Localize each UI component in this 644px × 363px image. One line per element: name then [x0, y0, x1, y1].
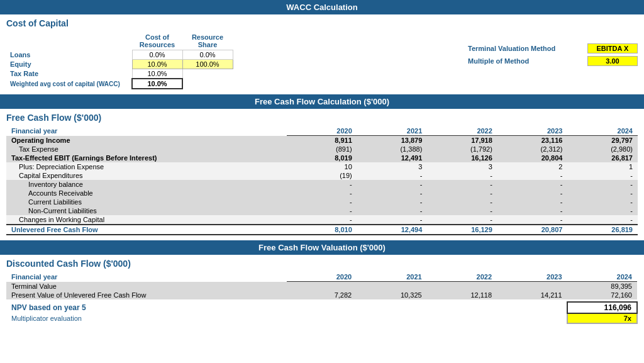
equity-share: 100.0%: [182, 60, 233, 69]
fcf-year-2024: 2024: [567, 126, 638, 136]
depreciation-2021: 3: [357, 162, 428, 171]
ebit-2024: 26,817: [567, 154, 638, 162]
tax-exp-2020: (891): [287, 145, 357, 154]
tv-2021: [357, 282, 426, 291]
terminal-valuation-label: Terminal Valuation Method: [468, 45, 581, 52]
wacc-section: Cost of Resources Resource Share Loans 0…: [0, 30, 644, 94]
mult-empty-2022: [427, 313, 497, 323]
ufcf-2022: 16,129: [427, 225, 497, 235]
ufcf-2021: 12,494: [357, 225, 428, 235]
accounts-receivable-label: Accounts Receivable: [6, 189, 287, 198]
tax-exp-2021: (1,388): [357, 145, 428, 154]
wc-2021: -: [357, 215, 428, 225]
dcf-year-2024: 2024: [567, 272, 637, 282]
tv-2020: [287, 282, 357, 291]
ebit-2020: 8,019: [287, 154, 357, 162]
dcf-year-2020: 2020: [287, 272, 357, 282]
terminal-value-label: Terminal Value: [6, 282, 287, 291]
wacc-header: WACC Calculation: [0, 0, 644, 14]
op-income-2020: 8,911: [287, 136, 357, 145]
op-income-2022: 17,918: [427, 136, 497, 145]
cl-2023: -: [497, 198, 568, 206]
wacc-grid: Cost of Resources Resource Share Loans 0…: [6, 32, 638, 89]
inventory-2022: -: [427, 180, 497, 189]
wc-2024: -: [567, 215, 638, 225]
cost-of-capital-subsection: Cost of Capital: [0, 14, 644, 30]
col-cost-resources: Cost of Resources: [132, 32, 182, 50]
inventory-2024: -: [567, 180, 638, 189]
multiple-method-row: Multiple of Method 3.00: [468, 56, 638, 66]
wacc-empty: [182, 79, 233, 89]
fcf-year-2022: 2022: [427, 126, 497, 136]
loans-label: Loans: [6, 50, 132, 60]
pv-2022: 12,118: [427, 291, 497, 299]
fcf-year-2023: 2023: [497, 126, 568, 136]
inventory-balance-label: Inventory balance: [6, 180, 287, 189]
fcf-table: Financial year 2020 2021 2022 2023 2024 …: [6, 126, 638, 235]
capex-2021: -: [357, 171, 428, 180]
depreciation-2022: 3: [427, 162, 497, 171]
ufcf-row: Unlevered Free Cash Flow 8,010 12,494 16…: [6, 225, 638, 235]
non-current-liabilities-row: Non-Current Liabilities - - - - -: [6, 206, 638, 215]
capex-row: Capital Expenditures (19) - - - -: [6, 171, 638, 180]
capex-2023: -: [497, 171, 568, 180]
operating-income-row: Operating Income 8,911 13,879 17,918 23,…: [6, 136, 638, 145]
loans-cost: 0.0%: [132, 50, 182, 60]
wacc-left: Cost of Resources Resource Share Loans 0…: [6, 32, 405, 89]
tax-rate-empty: [182, 69, 233, 79]
loans-share: 0.0%: [182, 50, 233, 60]
multiple-method-value: 3.00: [587, 56, 638, 66]
cl-2024: -: [567, 198, 638, 206]
fcf-fy-label: Financial year: [6, 126, 287, 136]
op-income-2024: 29,797: [567, 136, 638, 145]
tax-rate-value: 10.0%: [132, 69, 182, 79]
ncl-2023: -: [497, 206, 568, 215]
ufcf-2024: 26,819: [567, 225, 638, 235]
npv-row: NPV based on year 5 116,096: [6, 302, 637, 313]
dcf-fy-label: Financial year: [6, 272, 287, 282]
ncl-2022: -: [427, 206, 497, 215]
npv-2024: 116,096: [567, 302, 637, 313]
multiplicator-2024: 7x: [567, 313, 637, 323]
mult-empty-2021: [357, 313, 426, 323]
pv-2021: 10,325: [357, 291, 426, 299]
terminal-valuation-value: EBITDA X: [587, 43, 638, 53]
mult-empty-2023: [497, 313, 567, 323]
wc-2020: -: [287, 215, 357, 225]
ebit-2021: 12,491: [357, 154, 428, 162]
pv-2024: 72,160: [567, 291, 637, 299]
wc-2022: -: [427, 215, 497, 225]
op-income-2021: 13,879: [357, 136, 428, 145]
npv-empty-2020: [287, 302, 357, 313]
fcf-subsection-title: Free Cash Flow ($'000): [0, 109, 644, 124]
dcf-year-2023: 2023: [497, 272, 567, 282]
npv-empty-2021: [357, 302, 426, 313]
capex-label: Capital Expenditures: [6, 171, 287, 180]
wacc-label: Weighted avg cost of capital (WACC): [6, 79, 132, 89]
dcf-header: Free Cash Flow Valuation ($'000): [0, 240, 644, 255]
wacc-table: Cost of Resources Resource Share Loans 0…: [6, 32, 233, 89]
ufcf-2020: 8,010: [287, 225, 357, 235]
current-liabilities-row: Current Liabilities - - - - -: [6, 198, 638, 206]
equity-label: Equity: [6, 60, 132, 69]
dcf-year-header-row: Financial year 2020 2021 2022 2023 2024: [6, 272, 637, 282]
inventory-2023: -: [497, 180, 568, 189]
col-resource-share: Resource Share: [182, 32, 233, 50]
cl-2020: -: [287, 198, 357, 206]
inventory-2020: -: [287, 180, 357, 189]
fcf-section: Financial year 2020 2021 2022 2023 2024 …: [0, 124, 644, 240]
pv-ufcf-label: Present Value of Unlevered Free Cash Flo…: [6, 291, 287, 299]
capex-2020: (19): [287, 171, 357, 180]
depreciation-2020: 10: [287, 162, 357, 171]
mult-empty-2020: [287, 313, 357, 323]
ar-2020: -: [287, 189, 357, 198]
inventory-balance-row: Inventory balance - - - - -: [6, 180, 638, 189]
dcf-section: Financial year 2020 2021 2022 2023 2024 …: [0, 270, 644, 329]
tax-effected-ebit-row: Tax-Effected EBIT (Earnings Before Inter…: [6, 154, 638, 162]
depreciation-2023: 2: [497, 162, 568, 171]
tax-exp-label: Tax Expense: [6, 145, 287, 154]
ebit-2022: 16,126: [427, 154, 497, 162]
multiple-method-label: Multiple of Method: [468, 57, 581, 65]
tax-exp-2022: (1,792): [427, 145, 497, 154]
tax-exp-2023: (2,312): [497, 145, 568, 154]
